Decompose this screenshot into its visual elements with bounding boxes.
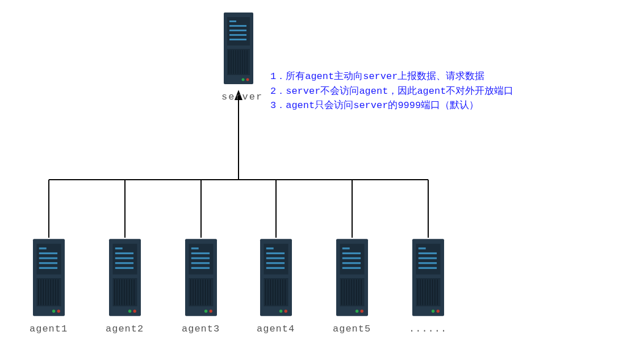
connector-lines [0, 0, 644, 348]
svg-rect-69 [191, 252, 210, 254]
svg-rect-11 [229, 20, 236, 22]
server-icon [106, 238, 144, 317]
svg-point-83 [204, 310, 207, 313]
note-line-2: 2．server不会访问agent，因此agent不对外开放端口 [270, 84, 513, 99]
svg-rect-91 [266, 267, 285, 269]
svg-rect-34 [39, 267, 57, 269]
svg-rect-126 [419, 252, 437, 254]
svg-rect-70 [191, 257, 210, 259]
architecture-diagram: server 1．所有agent主动向server上报数据、请求数据 2．ser… [0, 0, 644, 348]
svg-point-84 [210, 310, 212, 313]
svg-rect-89 [266, 257, 285, 259]
agent-node-more: ...... [409, 238, 448, 334]
server-icon [409, 238, 448, 317]
svg-point-45 [52, 310, 55, 313]
svg-point-141 [437, 310, 440, 313]
svg-rect-87 [266, 247, 274, 249]
svg-rect-106 [342, 247, 350, 249]
agent-label: agent4 [257, 324, 295, 334]
svg-point-122 [361, 310, 363, 313]
svg-rect-16 [227, 49, 250, 75]
svg-rect-50 [115, 252, 133, 254]
svg-point-140 [432, 310, 434, 313]
server-icon [333, 238, 371, 317]
agent-node-3: agent3 [182, 238, 220, 334]
svg-rect-73 [189, 278, 213, 306]
agent-label: agent1 [30, 324, 68, 334]
svg-rect-129 [419, 267, 437, 269]
agent-node-2: agent2 [106, 238, 144, 334]
server-label: server [221, 92, 256, 102]
svg-rect-108 [342, 257, 361, 259]
svg-point-65 [133, 310, 136, 313]
svg-rect-33 [39, 262, 57, 264]
agent-node-5: agent5 [333, 238, 371, 334]
svg-rect-92 [264, 278, 288, 306]
svg-rect-110 [342, 267, 361, 269]
svg-rect-128 [419, 262, 437, 264]
note-line-1: 1．所有agent主动向server上报数据、请求数据 [270, 69, 513, 84]
svg-rect-109 [342, 262, 361, 264]
svg-point-121 [356, 310, 358, 313]
agent-label: ...... [409, 324, 448, 334]
svg-rect-54 [112, 278, 137, 306]
svg-rect-32 [39, 257, 57, 259]
server-node: server [221, 11, 256, 102]
svg-rect-111 [340, 278, 364, 306]
svg-rect-15 [229, 39, 246, 40]
agent-label: agent5 [333, 324, 371, 334]
server-icon [257, 238, 295, 317]
svg-point-102 [279, 310, 282, 313]
svg-point-26 [242, 78, 245, 81]
svg-rect-49 [115, 247, 123, 249]
svg-rect-68 [191, 247, 199, 249]
agent-label: agent2 [106, 324, 144, 334]
note-line-3: 3．agent只会访问server的9999端口（默认） [270, 98, 513, 113]
svg-rect-130 [416, 278, 440, 306]
svg-rect-14 [229, 34, 246, 36]
svg-rect-127 [419, 257, 437, 259]
svg-rect-53 [115, 267, 133, 269]
svg-rect-71 [191, 262, 210, 264]
svg-rect-30 [39, 247, 47, 249]
svg-rect-72 [191, 267, 210, 269]
svg-rect-13 [229, 30, 246, 31]
svg-point-64 [128, 310, 131, 313]
svg-rect-35 [36, 278, 61, 306]
server-icon [182, 238, 220, 317]
svg-rect-12 [229, 25, 246, 27]
svg-point-46 [57, 310, 60, 313]
agent-node-1: agent1 [30, 238, 68, 334]
server-icon [30, 238, 68, 317]
svg-rect-90 [266, 262, 285, 264]
svg-rect-52 [115, 262, 133, 264]
svg-point-27 [246, 78, 249, 81]
server-icon [221, 11, 256, 85]
agent-node-4: agent4 [257, 238, 295, 334]
svg-rect-88 [266, 252, 285, 254]
svg-point-103 [285, 310, 287, 313]
svg-rect-31 [39, 252, 57, 254]
svg-rect-125 [419, 247, 426, 249]
svg-rect-51 [115, 257, 133, 259]
annotation-text: 1．所有agent主动向server上报数据、请求数据 2．server不会访问… [270, 69, 513, 113]
svg-rect-107 [342, 252, 361, 254]
agent-label: agent3 [182, 324, 220, 334]
